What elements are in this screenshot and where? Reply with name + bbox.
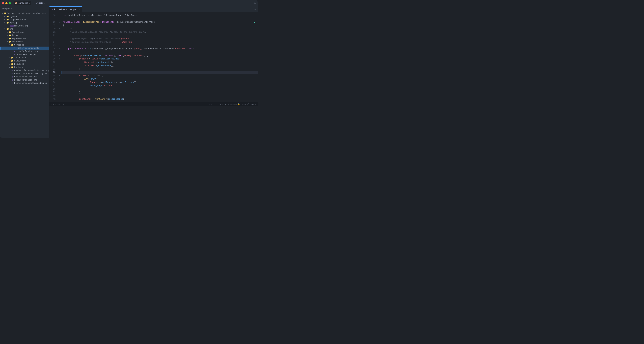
code-line-30: $context->getRequest(), — [62, 61, 258, 64]
sidebar-item-root[interactable]: ▼ 📁 laniakea ~/Projects/GitHub/laniakea — [0, 12, 49, 15]
maximize-button[interactable] — [9, 2, 11, 4]
sidebar-item-requests[interactable]: ▶ 📁 Requests — [0, 62, 49, 66]
sidebar-item-label: AbstractResourceContainer.php — [14, 69, 49, 72]
code-line-21: * This command applies resource filters … — [62, 30, 258, 34]
folder-icon: 📁 — [6, 28, 9, 30]
expand-arrow-icon: ▼ — [8, 44, 11, 46]
editor-area: ◎ FilterResources.php × ⋯ ✓ 16 17 18 19 … — [50, 6, 258, 138]
code-text: $values = $this->getFilterValues( — [63, 57, 120, 61]
settings-icon[interactable]: ⚙ — [254, 2, 256, 5]
line-number: 35 — [50, 77, 58, 81]
status-line-ending[interactable]: LF — [216, 103, 218, 105]
editor-tab-filter-resources[interactable]: ◎ FilterResources.php × — [50, 6, 82, 12]
php-cmd-icon: ◎ — [13, 47, 16, 49]
gutter-fold-row[interactable]: ▼ — [59, 74, 60, 77]
folder-icon: 📁 — [6, 15, 9, 18]
sidebar-item-label: ContextualResourceEntity.php — [14, 72, 49, 75]
sidebar-item-exceptions[interactable]: ▶ 📁 Exceptions — [0, 31, 49, 34]
expand-arrow-icon: ▶ — [8, 63, 11, 65]
fold-arrow-icon: ▼ — [59, 75, 60, 77]
sidebar-item-label: laniakea.php — [14, 25, 49, 27]
status-php-version[interactable]: PHP: 8.2 — [52, 103, 60, 105]
sidebar-item-src[interactable]: ▼ 📁 src — [0, 27, 49, 31]
folder-icon: 📁 — [8, 40, 12, 43]
sidebar-item-middleware[interactable]: ▶ 📁 Middleware — [0, 59, 49, 62]
sidebar-item-label: SortResources.php — [16, 53, 49, 56]
expand-arrow-icon: ▼ — [6, 41, 8, 43]
line-number: 17 — [50, 17, 58, 20]
sidebar-item-sort-resources[interactable]: ▶ ◎ SortResources.php — [0, 53, 49, 56]
folder-icon: 📁 — [8, 37, 12, 40]
sidebar-item-resource-manager[interactable]: ▶ ◎ ResourceManager.php — [0, 78, 49, 82]
status-indent[interactable]: 4 spaces 🔒 — [228, 103, 240, 105]
expand-arrow-icon: ▼ — [4, 28, 6, 30]
gutter-fold-row[interactable]: ▼ — [59, 27, 60, 30]
sidebar-item-resources[interactable]: ▼ 📁 Resources — [0, 40, 49, 43]
sidebar-item-interfaces[interactable]: ▶ 📁 Interfaces — [0, 56, 49, 59]
status-bar: PHP: 8.2 ⊙ 33:1 LF UTF-8 4 spaces 🔒 595 … — [50, 102, 258, 106]
code-text: $filters = collect( — [63, 74, 103, 77]
gutter-fold-row[interactable]: ▼ — [59, 54, 60, 57]
gutter-fold-row[interactable]: ▼ — [59, 57, 60, 61]
sidebar-item-label: config — [10, 22, 49, 24]
sidebar-item-resource-context[interactable]: ▶ ◎ ResourceContext.php — [0, 75, 49, 78]
line-number: 28 — [50, 54, 58, 57]
sidebar-item-repositories[interactable]: ▶ 📁 Repositories — [0, 37, 49, 40]
sidebar-item-config[interactable]: ▼ 📁 config — [0, 21, 49, 24]
line-number-current: 33 — [50, 71, 58, 74]
sidebar-item-label: LoadInclusions.php — [16, 50, 49, 53]
line-number: 34 — [50, 74, 58, 77]
php-cmd-icon: ◎ — [11, 69, 14, 72]
folder-icon: 📁 — [4, 12, 7, 14]
status-encoding[interactable]: UTF-8 — [220, 103, 226, 105]
sidebar-item-forms[interactable]: ▶ 📁 Forms — [0, 34, 49, 37]
project-selector[interactable]: 🏠 laniakea ▼ — [14, 1, 31, 5]
sidebar-item-filter-resources[interactable]: ▶ ◎ FilterResources.php — [0, 47, 49, 50]
sidebar-item-sorters[interactable]: ▶ 📁 Sorters — [0, 66, 49, 69]
sidebar-item-load-inclusions[interactable]: ▶ ◎ LoadInclusions.php — [0, 50, 49, 53]
expand-arrow-icon: ▼ — [1, 12, 4, 14]
sidebar-item-label: FilterResources.php — [16, 47, 49, 49]
sidebar-item-label: .github — [10, 15, 49, 18]
close-button[interactable] — [2, 2, 4, 4]
sidebar-item-contextual-resource[interactable]: ▶ ◎ ContextualResourceEntity.php — [0, 72, 49, 75]
sidebar-item-phpunit[interactable]: ▶ 📁 .phpunit.cache — [0, 18, 49, 21]
sidebar-item-label: Requests — [14, 63, 49, 65]
tab-close-button[interactable]: × — [79, 8, 80, 10]
titlebar: 🏠 laniakea ▼ ⎇ main ▼ ⚙ — [0, 0, 258, 6]
code-line-24: * @param ResourceContextInterface $conte… — [62, 40, 258, 44]
code-text: $context->getResource(), — [63, 64, 114, 67]
sidebar-item-abstract-resource[interactable]: ▶ ◎ AbstractResourceContainer.php — [0, 69, 49, 72]
sidebar-item-label: ResourceContext.php — [14, 76, 49, 78]
folder-icon: 📁 — [11, 66, 14, 68]
project-dropdown-icon: ▼ — [29, 2, 30, 4]
php-version-label: PHP: 8.2 — [52, 103, 60, 105]
line-number: 25 — [50, 44, 58, 47]
code-text: * This command applies resource filters … — [63, 30, 146, 34]
folder-icon: 📁 — [8, 34, 12, 37]
minimize-button[interactable] — [5, 2, 8, 4]
tab-menu-button[interactable]: ⋯ — [252, 8, 258, 11]
sidebar-item-commands[interactable]: ▼ 📁 Commands — [0, 43, 49, 47]
code-line-40 — [62, 94, 258, 97]
sidebar-header: Project ▼ — [0, 6, 49, 11]
folder-icon: 📁 — [11, 44, 14, 46]
sidebar-item-github[interactable]: ▶ 📁 .github — [0, 15, 49, 18]
code-text: array_keys($values) — [63, 84, 114, 87]
status-cursor[interactable]: 33:1 — [209, 103, 213, 105]
sidebar-item-laniakea-php[interactable]: ▶ php laniakea.php — [0, 24, 49, 27]
gutter-fold-row[interactable]: ▼ — [59, 77, 60, 81]
code-line-18: readonly class FilterResources implement… — [62, 20, 258, 24]
gutter-fold-row[interactable]: ▼ — [59, 20, 60, 24]
sidebar-item-resource-manager-commands[interactable]: ▶ ◎ ResourceManagerCommands.php — [0, 82, 49, 85]
gutter-fold-row[interactable]: ▼ — [59, 47, 60, 51]
project-label: laniakea — [18, 2, 28, 4]
status-db-icon[interactable]: ⊙ — [63, 103, 64, 105]
php-cmd-icon: ◎ — [11, 79, 14, 81]
line-number: 18 — [50, 20, 58, 24]
branch-selector[interactable]: ⎇ main ▼ — [34, 1, 46, 5]
code-content[interactable]: use Laniakea\Resources\Interfaces\Resour… — [62, 12, 258, 102]
line-number: 37 — [50, 84, 58, 87]
indent-label: 4 spaces — [228, 103, 237, 105]
line-number: 21 — [50, 30, 58, 34]
